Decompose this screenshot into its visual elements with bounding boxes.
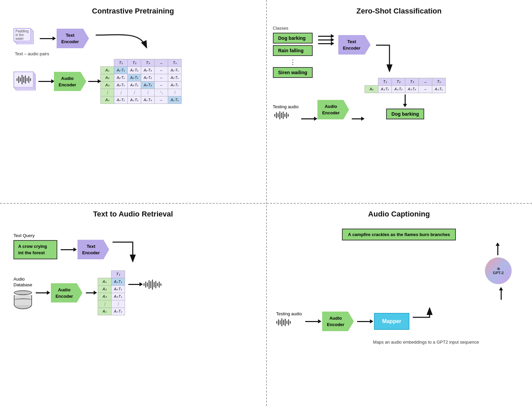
classes-label: Classes	[273, 26, 313, 31]
q2-audio-encoder-block: AudioEncoder	[317, 100, 349, 119]
class-siren-wailing: Siren wailing	[273, 67, 313, 78]
q3-text-encoder-label: TextEncoder	[82, 244, 100, 255]
arrow-audio-to-encoder	[38, 81, 52, 82]
class-rain-falling: Rain falling	[273, 45, 313, 56]
audio-encoder-block: AudioEncoder	[54, 72, 86, 91]
q4-audio-encoder-block: AudioEncoder	[322, 312, 354, 331]
q2-audio-encoder-label: AudioEncoder	[322, 104, 340, 115]
text-audio-pairs-label: Text – audio pairs	[15, 51, 256, 56]
audio-encoder-label: AudioEncoder	[59, 76, 76, 87]
q3-audio-database-label: AudioDatabase	[13, 277, 32, 288]
classes-ellipsis: ⋮	[273, 58, 313, 66]
q2-text-encoder-block: TextEncoder	[338, 35, 371, 55]
q3-result-waveform	[144, 280, 161, 290]
text-encoder-label: TextEncoder	[61, 33, 79, 44]
arrow-encoder-to-matrix	[88, 81, 98, 82]
q2-text-encoder-label: TextEncoder	[343, 39, 361, 51]
q3-text-query: A crow crying int the forest	[13, 240, 57, 259]
text-input-label: Paddling in the water	[15, 29, 29, 40]
arrow-text-to-matrix	[96, 28, 150, 49]
q4-arrow-mapper-to-gpt2-curve	[413, 307, 446, 334]
similarity-matrix: T₁ T₂ T₃ – Tₙ A₁ A₁·T₁ A₁·T₂ A₁·T₃ – A₁·…	[100, 59, 182, 104]
q3-title: Text to Audio Retrieval	[10, 210, 256, 219]
q4-testing-audio-label: Testing audio	[276, 311, 302, 316]
q2-result-label: Dog barking	[386, 109, 425, 119]
mapper-label: Mapper	[382, 318, 401, 324]
database-icon	[14, 290, 32, 309]
q3-text-encoder-block: TextEncoder	[77, 240, 109, 259]
q4-arrow-mapper-to-gpt2	[501, 290, 502, 300]
q3-audio-encoder-label: AudioEncoder	[56, 287, 73, 299]
text-encoder-block: TextEncoder	[57, 29, 89, 48]
q3-arrow-text-encoder-to-matrix	[113, 235, 163, 262]
gpt2-icon: ⚙ GPT-2	[485, 257, 512, 284]
q1-title: Contrastive Pretraining	[10, 7, 256, 16]
q3-arrow-db-to-encoder	[36, 292, 48, 293]
q4-description: Maps an audio embeddings to a GPT2 input…	[327, 339, 526, 346]
q3-arrow-query-to-encoder	[61, 249, 74, 250]
q3-text-query-label: Text Query	[13, 233, 57, 238]
q3-arrow-encoder-to-matrix	[86, 292, 94, 293]
class-dog-barking: Dog barking	[273, 33, 313, 44]
q2-testing-audio-label: Testing audio	[273, 104, 299, 109]
q4-title: Audio Captioning	[273, 210, 526, 219]
gpt2-label: GPT-2	[493, 271, 504, 275]
mapper-block: Mapper	[374, 313, 409, 330]
q3-retrieval-matrix: T₁ A₁ A₁·T₁ A₂ A₂·T₁ A₃ A₃·T₁	[98, 270, 125, 315]
arrow-text-to-encoder	[40, 38, 53, 39]
q4-arrow-encoder-to-mapper	[357, 321, 371, 322]
stacked-pages-icon: Paddling in the water	[13, 28, 36, 46]
q2-testing-audio-waveform	[274, 111, 299, 119]
audio-pages-icon	[13, 71, 36, 92]
q2-title: Zero-Shot Classification	[273, 7, 526, 16]
q2-arrow-encoder-to-matrix	[376, 38, 416, 72]
q3-arrow-matrix-to-result	[128, 284, 140, 285]
q4-caption-output: A campfire crackles as the flames burn b…	[342, 229, 456, 240]
q2-arrow-audio-to-encoder	[301, 118, 315, 119]
q4-testing-audio-waveform	[276, 318, 302, 326]
q4-arrow-gpt2-to-caption	[497, 245, 498, 255]
q2-similarity-matrix: T₁ T₂ T₃ – Tₙ A₁ A₁·T₁ A₁·T₂ A₁·T₃ – A₁·…	[365, 78, 446, 119]
q3-audio-encoder-block: AudioEncoder	[51, 283, 83, 303]
q4-arrow-audio-to-encoder	[305, 321, 319, 322]
q4-audio-encoder-label: AudioEncoder	[327, 316, 344, 327]
q2-arrow-encoder-to-matrix2	[352, 118, 362, 119]
